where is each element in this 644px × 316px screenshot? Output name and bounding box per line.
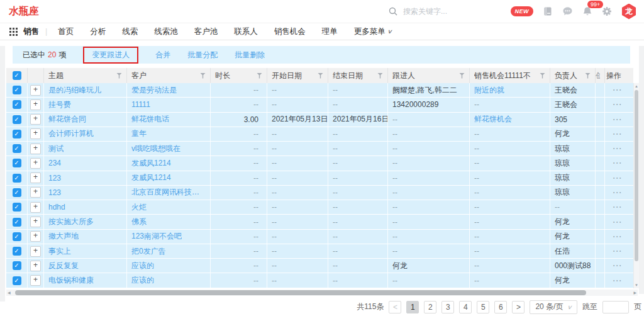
customer-link[interactable]: 爱是劳动法是 — [131, 85, 177, 96]
row-checkbox[interactable]: ✓ — [13, 174, 21, 183]
nav-module-label[interactable]: 销售 — [23, 26, 39, 37]
subject-link[interactable]: 123 — [48, 188, 61, 197]
row-actions-button[interactable]: ··· — [613, 174, 623, 183]
expand-button[interactable]: + — [30, 231, 41, 242]
expand-button[interactable]: + — [30, 144, 41, 154]
nav-item[interactable]: 线索池 — [146, 26, 186, 37]
row-checkbox[interactable]: ✓ — [13, 261, 21, 270]
filter-icon[interactable] — [459, 73, 465, 79]
horizontal-scrollbar-thumb[interactable] — [15, 290, 586, 295]
filter-icon[interactable] — [200, 73, 206, 79]
expand-button[interactable]: + — [30, 261, 41, 271]
bell-icon[interactable]: 99+ — [582, 6, 592, 17]
customer-link[interactable]: 佛系 — [131, 217, 147, 227]
row-checkbox[interactable]: ✓ — [13, 188, 21, 197]
subject-link[interactable]: 234 — [48, 159, 61, 167]
gear-icon[interactable] — [602, 6, 612, 16]
customer-link[interactable]: v哦吃哦想哦在 — [131, 144, 180, 154]
row-checkbox[interactable]: ✓ — [13, 232, 21, 241]
row-actions-button[interactable]: ··· — [613, 130, 623, 138]
expand-button[interactable]: + — [30, 128, 41, 139]
expand-button[interactable]: + — [30, 275, 41, 286]
customer-link[interactable]: 123南湖不会吧 — [131, 231, 182, 242]
nav-item-more[interactable]: 更多菜单 ∨ — [346, 26, 396, 37]
nav-item[interactable]: 首页 — [50, 26, 82, 37]
row-checkbox[interactable]: ✓ — [13, 203, 21, 212]
row-checkbox[interactable]: ✓ — [13, 144, 21, 153]
app-logo[interactable]: 水瓶座 — [9, 5, 39, 18]
expand-button[interactable]: + — [30, 114, 41, 125]
page-button[interactable]: 1 — [406, 301, 419, 313]
expand-button[interactable]: + — [30, 99, 41, 110]
page-button[interactable]: 4 — [459, 301, 472, 313]
page-button[interactable]: 2 — [424, 301, 436, 313]
customer-link[interactable]: 童年 — [131, 128, 147, 139]
nav-item[interactable]: 客户池 — [186, 26, 226, 37]
subject-link[interactable]: 会计师计算机 — [48, 128, 94, 139]
chat-icon[interactable] — [562, 6, 573, 16]
expand-button[interactable]: + — [30, 158, 41, 169]
expand-button[interactable]: + — [30, 172, 41, 183]
subject-link[interactable]: 挂号费 — [48, 99, 71, 110]
row-checkbox[interactable]: ✓ — [13, 86, 21, 94]
vertical-scrollbar-thumb[interactable] — [635, 90, 638, 261]
subject-link[interactable]: hdhd — [48, 203, 65, 212]
toolbar-action-button[interactable]: 变更跟进人 — [92, 50, 130, 60]
opportunity-link[interactable]: 附近的就 — [474, 85, 504, 96]
row-checkbox[interactable]: ✓ — [13, 159, 21, 167]
customer-link[interactable]: 11111 — [131, 100, 150, 109]
nav-item[interactable]: 分析 — [82, 26, 114, 37]
subject-link[interactable]: 电饭锅和健康 — [48, 275, 94, 286]
next-page-button[interactable]: > — [512, 301, 525, 313]
expand-button[interactable]: + — [30, 246, 41, 257]
expand-button[interactable]: + — [30, 202, 41, 213]
subject-link[interactable]: 123 — [48, 174, 61, 183]
row-checkbox[interactable]: ✓ — [13, 247, 21, 256]
filter-icon[interactable] — [540, 73, 545, 79]
customer-link[interactable]: 北京百度网讯科技有限公司 — [131, 187, 206, 198]
new-badge[interactable]: NEW — [511, 6, 534, 16]
row-checkbox[interactable]: ✓ — [13, 100, 21, 109]
jump-page-input[interactable] — [602, 301, 629, 313]
subject-link[interactable]: 按实施大所多 — [48, 217, 94, 227]
customer-link[interactable]: 火炬 — [131, 202, 147, 213]
subject-link[interactable]: 鲜花饼合同 — [48, 114, 86, 125]
scroll-up-icon[interactable]: ▲ — [634, 83, 639, 89]
row-checkbox[interactable]: ✓ — [13, 218, 21, 227]
page-button[interactable]: 3 — [441, 301, 454, 313]
subject-link[interactable]: 事实上 — [48, 246, 71, 257]
row-checkbox[interactable]: ✓ — [13, 115, 21, 124]
row-actions-button[interactable]: ··· — [613, 232, 623, 241]
expand-button[interactable]: + — [30, 85, 41, 96]
customer-link[interactable]: 应该的 — [131, 261, 154, 271]
customer-link[interactable]: 鲜花饼电话 — [131, 114, 169, 125]
page-button[interactable]: 6 — [494, 301, 507, 313]
row-actions-button[interactable]: ··· — [613, 188, 623, 197]
notebook-icon[interactable] — [543, 6, 553, 16]
page-button[interactable]: 5 — [477, 301, 489, 313]
filter-icon[interactable] — [116, 73, 122, 79]
row-actions-button[interactable]: ··· — [613, 261, 623, 270]
customer-link[interactable]: 发威风1214 — [131, 158, 171, 169]
customer-link[interactable]: 应该的 — [131, 275, 154, 286]
row-actions-button[interactable]: ··· — [613, 86, 623, 94]
row-actions-button[interactable]: ··· — [613, 247, 623, 256]
nav-item[interactable]: 理单 — [314, 26, 346, 37]
page-size-select[interactable]: 20 条/页 ∨ — [530, 300, 577, 314]
customer-link[interactable]: 发威风1214 — [131, 172, 171, 183]
row-actions-button[interactable]: ··· — [613, 218, 623, 227]
subject-link[interactable]: 撒大声地 — [48, 231, 79, 242]
scroll-right-icon[interactable]: ▶ — [633, 290, 636, 296]
nav-item[interactable]: 销售机会 — [266, 26, 314, 37]
select-all-checkbox[interactable]: ✓ — [13, 71, 21, 80]
row-actions-button[interactable]: ··· — [613, 159, 623, 167]
row-actions-button[interactable]: ··· — [613, 100, 623, 109]
scroll-left-icon[interactable]: ◀ — [8, 290, 11, 296]
filter-icon[interactable] — [377, 73, 383, 79]
row-actions-button[interactable]: ··· — [613, 276, 623, 285]
row-checkbox[interactable]: ✓ — [13, 130, 21, 138]
prev-page-button[interactable]: < — [389, 301, 401, 313]
filter-icon[interactable] — [585, 73, 591, 79]
subject-link[interactable]: 反反复复 — [48, 261, 79, 271]
toolbar-action-button[interactable]: 批量删除 — [235, 50, 265, 60]
